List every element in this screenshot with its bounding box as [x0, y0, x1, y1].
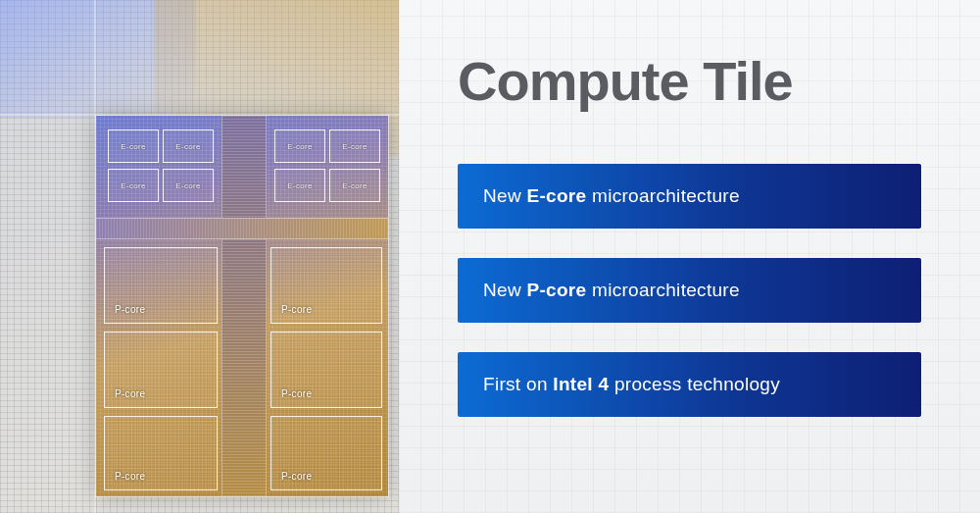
pcore-label: P-core	[115, 471, 145, 482]
pcore-block: P-core	[104, 416, 218, 490]
pcore-block: P-core	[270, 416, 382, 490]
compute-tile: E-core E-core E-core E-core E-core E-cor…	[96, 116, 388, 496]
die-illustration: E-core E-core E-core E-core E-core E-cor…	[0, 0, 399, 513]
card-text-suffix: process technology	[609, 374, 780, 394]
card-text-bold: E-core	[527, 185, 587, 206]
pcore-label: P-core	[281, 388, 312, 399]
ecore-block: E-core	[163, 129, 214, 163]
ecore-block: E-core	[274, 129, 325, 163]
ecore-label: E-core	[109, 170, 158, 201]
card-text-suffix: microarchitecture	[586, 185, 739, 206]
ecore-block: E-core	[163, 169, 214, 202]
info-panel: Compute Tile New E-core microarchitectur…	[399, 0, 980, 513]
ecore-block: E-core	[329, 169, 380, 202]
pcore-label: P-core	[115, 388, 145, 399]
feature-card-pcore: New P-core microarchitecture	[458, 258, 921, 323]
pcore-label: P-core	[115, 304, 145, 315]
card-text-prefix: New	[483, 280, 527, 300]
ecore-label: E-core	[164, 170, 213, 201]
ecore-label: E-core	[275, 130, 324, 162]
ecore-label: E-core	[109, 130, 158, 162]
ecore-block: E-core	[108, 129, 159, 163]
pcore-block: P-core	[104, 332, 218, 408]
card-text-prefix: First on	[483, 374, 553, 394]
ecore-label: E-core	[330, 170, 379, 201]
page-title: Compute Tile	[458, 49, 921, 113]
tile-horiz-split	[96, 218, 388, 239]
card-text-bold: P-core	[527, 280, 587, 300]
ecore-label: E-core	[330, 130, 379, 162]
pcore-block: P-core	[270, 247, 382, 324]
pcore-label: P-core	[281, 304, 312, 315]
card-text-suffix: microarchitecture	[586, 280, 739, 300]
ecore-label: E-core	[164, 130, 213, 162]
card-text-bold: Intel 4	[553, 374, 609, 394]
ecore-block: E-core	[274, 169, 325, 202]
pcore-block: P-core	[270, 332, 382, 408]
ecore-label: E-core	[275, 170, 324, 201]
card-text-prefix: New	[483, 185, 527, 206]
ecore-block: E-core	[329, 129, 380, 163]
feature-card-process: First on Intel 4 process technology	[458, 352, 921, 417]
ecore-block: E-core	[108, 169, 159, 202]
pcore-block: P-core	[104, 247, 218, 324]
pcore-label: P-core	[281, 471, 312, 482]
feature-card-ecore: New E-core microarchitecture	[458, 164, 921, 229]
tile-center-spine	[221, 116, 267, 496]
